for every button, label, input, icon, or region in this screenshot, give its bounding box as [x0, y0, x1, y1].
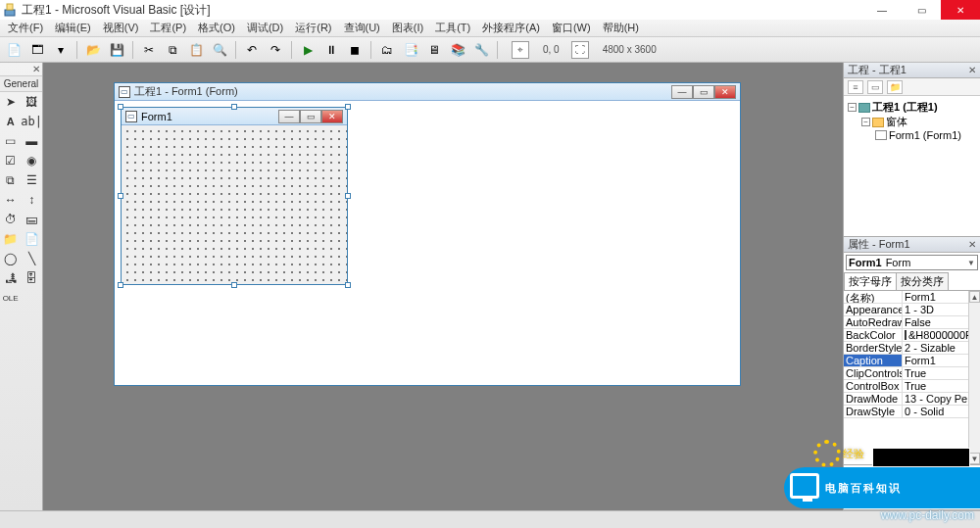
timer-tool[interactable]: ⏱: [0, 210, 21, 229]
property-value[interactable]: Form1: [903, 291, 968, 303]
resize-handle-bc[interactable]: [231, 282, 237, 288]
add-project-button[interactable]: 📄: [4, 40, 24, 60]
property-row[interactable]: Appearance1 - 3D: [844, 304, 968, 316]
property-row[interactable]: DrawMode13 - Copy Pen: [844, 393, 968, 406]
copy-button[interactable]: ⧉: [163, 40, 182, 60]
form1-minimize-button[interactable]: —: [278, 110, 300, 123]
cut-button[interactable]: ✂: [139, 40, 159, 60]
menu-editor-button[interactable]: ▾: [51, 40, 71, 60]
menu-query[interactable]: 查询(U): [340, 21, 384, 35]
undo-button[interactable]: ↶: [242, 40, 262, 60]
view-object-button[interactable]: ▭: [867, 80, 883, 94]
data-tool[interactable]: 🗄: [21, 268, 42, 288]
filelistbox-tool[interactable]: 📄: [21, 229, 42, 249]
menu-format[interactable]: 格式(O): [194, 21, 239, 35]
menu-window[interactable]: 窗口(W): [548, 21, 595, 35]
project-explorer-header[interactable]: 工程 - 工程1 ✕: [844, 63, 980, 78]
collapse-icon[interactable]: −: [848, 103, 857, 112]
break-button[interactable]: ⏸: [321, 40, 341, 60]
commandbutton-tool[interactable]: ▬: [21, 131, 42, 151]
form1-window[interactable]: ▭ Form1 — ▭ ✕: [121, 107, 348, 285]
menu-debug[interactable]: 调试(D): [243, 21, 287, 35]
save-button[interactable]: 💾: [107, 40, 126, 60]
collapse-icon[interactable]: −: [861, 118, 870, 126]
scroll-up-button[interactable]: ▲: [969, 291, 980, 303]
properties-header[interactable]: 属性 - Form1 ✕: [844, 237, 980, 253]
form1-maximize-button[interactable]: ▭: [300, 110, 321, 123]
hscrollbar-tool[interactable]: ↔: [0, 190, 21, 210]
resize-handle-bl[interactable]: [118, 282, 123, 288]
start-button[interactable]: ▶: [298, 40, 318, 60]
optionbutton-tool[interactable]: ◉: [21, 151, 42, 170]
menu-file[interactable]: 文件(F): [4, 21, 47, 35]
property-value[interactable]: 2 - Sizable: [903, 342, 968, 354]
property-row[interactable]: (名称)Form1: [844, 291, 968, 304]
resize-handle-tc[interactable]: [231, 104, 237, 110]
resize-handle-mr[interactable]: [345, 193, 351, 199]
scroll-track[interactable]: [969, 303, 980, 453]
menu-addins[interactable]: 外接程序(A): [478, 21, 544, 35]
object-combo[interactable]: Form1 Form ▼: [846, 255, 978, 270]
property-value[interactable]: 1 - 3D: [903, 304, 968, 315]
properties-window-button[interactable]: 📑: [401, 40, 420, 60]
form-designer-titlebar[interactable]: ▭ 工程1 - Form1 (Form) — ▭ ✕: [115, 83, 740, 101]
toolbox-button[interactable]: 🔧: [471, 40, 491, 60]
line-tool[interactable]: ╲: [21, 249, 42, 268]
property-row[interactable]: BackColor&H8000000F&: [844, 329, 968, 342]
tree-form-node[interactable]: Form1 (Form1): [848, 129, 976, 141]
toggle-folders-button[interactable]: 📁: [887, 80, 903, 94]
menu-project[interactable]: 工程(P): [146, 21, 190, 35]
combobox-tool[interactable]: ⧉: [0, 170, 21, 190]
form1-titlebar[interactable]: ▭ Form1 — ▭ ✕: [122, 108, 347, 125]
designer-maximize-button[interactable]: ▭: [693, 85, 714, 99]
frame-tool[interactable]: ▭: [0, 131, 21, 151]
textbox-tool[interactable]: ab|: [21, 112, 42, 131]
scroll-down-button[interactable]: ▼: [969, 453, 980, 464]
resize-handle-ml[interactable]: [118, 193, 123, 199]
form-layout-button[interactable]: 🖥: [424, 40, 444, 60]
tree-folder-node[interactable]: − 窗体: [848, 115, 976, 129]
listbox-tool[interactable]: ☰: [21, 170, 42, 190]
properties-close-button[interactable]: ✕: [968, 239, 976, 250]
menu-view[interactable]: 视图(V): [99, 21, 143, 35]
resize-handle-tl[interactable]: [118, 104, 123, 110]
designer-minimize-button[interactable]: —: [671, 85, 693, 99]
checkbox-tool[interactable]: ☑: [0, 151, 21, 170]
property-row[interactable]: AutoRedrawFalse: [844, 316, 968, 329]
designer-close-button[interactable]: ✕: [714, 85, 736, 99]
property-row[interactable]: ControlBoxTrue: [844, 380, 968, 393]
paste-button[interactable]: 📋: [186, 40, 206, 60]
redo-button[interactable]: ↷: [266, 40, 285, 60]
add-form-button[interactable]: 🗔: [27, 40, 47, 60]
form-designer-canvas[interactable]: ▭ Form1 — ▭ ✕: [115, 101, 740, 385]
property-value[interactable]: 0 - Solid: [903, 406, 968, 417]
property-row[interactable]: ClipControlsTrue: [844, 367, 968, 380]
property-value[interactable]: &H8000000F&: [903, 329, 968, 341]
dirlistbox-tool[interactable]: 📁: [0, 229, 21, 249]
menu-diagram[interactable]: 图表(I): [388, 21, 427, 35]
property-row[interactable]: CaptionForm1: [844, 355, 968, 367]
pointer-tool[interactable]: ➤: [0, 92, 21, 112]
ole-tool[interactable]: OLE: [0, 288, 21, 308]
menu-tools[interactable]: 工具(T): [431, 21, 474, 35]
tab-categorized[interactable]: 按分类序: [896, 272, 949, 290]
close-button[interactable]: ✕: [941, 0, 980, 20]
properties-scrollbar[interactable]: ▲ ▼: [968, 291, 980, 464]
vscrollbar-tool[interactable]: ↕: [21, 190, 42, 210]
form1-close-button[interactable]: ✕: [321, 110, 343, 123]
maximize-button[interactable]: ▭: [902, 0, 941, 20]
find-button[interactable]: 🔍: [210, 40, 229, 60]
property-row[interactable]: BorderStyle2 - Sizable: [844, 342, 968, 355]
end-button[interactable]: ◼: [345, 40, 365, 60]
menu-help[interactable]: 帮助(H): [599, 21, 643, 35]
drivelistbox-tool[interactable]: 🖴: [21, 210, 42, 229]
menu-run[interactable]: 运行(R): [291, 21, 335, 35]
property-value[interactable]: 13 - Copy Pen: [903, 393, 968, 405]
picturebox-tool[interactable]: 🖼: [21, 92, 42, 112]
property-value[interactable]: True: [903, 380, 968, 392]
project-explorer-button[interactable]: 🗂: [377, 40, 397, 60]
form1-client-area[interactable]: [122, 125, 347, 284]
menu-edit[interactable]: 编辑(E): [51, 21, 95, 35]
label-tool[interactable]: A: [0, 112, 21, 131]
tab-alphabetic[interactable]: 按字母序: [844, 272, 897, 290]
